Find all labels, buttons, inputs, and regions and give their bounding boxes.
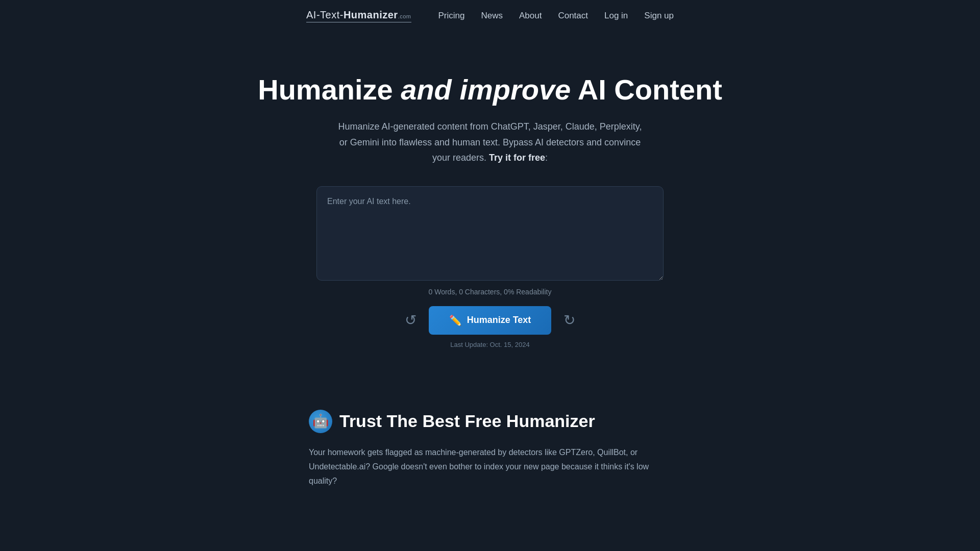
- nav-link-contact[interactable]: Contact: [558, 11, 588, 20]
- subtitle-cta: Try it for free: [489, 153, 545, 163]
- nav-link-news[interactable]: News: [481, 11, 503, 20]
- humanize-button[interactable]: ✏️ Humanize Text: [429, 306, 552, 335]
- nav-list: Pricing News About Contact Log in Sign u…: [438, 11, 674, 21]
- trust-body-text: Your homework gets flagged as machine-ge…: [309, 445, 671, 488]
- headline-end: AI Content: [571, 73, 722, 106]
- nav-link-login[interactable]: Log in: [604, 11, 628, 20]
- right-arrow-icon: ↻: [564, 312, 575, 329]
- logo-main: Humanizer: [344, 9, 398, 20]
- humanize-btn-label: Humanize Text: [467, 315, 531, 325]
- logo[interactable]: AI-Text-Humanizer.com: [306, 9, 411, 22]
- nav-item-news[interactable]: News: [481, 11, 503, 21]
- stats-bar: 0 Words, 0 Characters, 0% Readability: [316, 288, 664, 296]
- trust-title-row: Trust The Best Free Humanizer: [309, 410, 671, 433]
- nav-link-about[interactable]: About: [519, 11, 542, 20]
- trust-icon: [309, 410, 332, 433]
- last-update-text: Last Update: Oct. 15, 2024: [316, 341, 664, 348]
- left-arrow-icon: ↺: [405, 312, 416, 329]
- text-area-container: 0 Words, 0 Characters, 0% Readability ↺ …: [316, 186, 664, 348]
- nav-link-signup[interactable]: Sign up: [644, 11, 674, 20]
- headline-plain: Humanize: [258, 73, 401, 106]
- logo-prefix: AI-Text-: [306, 9, 344, 20]
- hero-section: Humanize and improve AI Content Humanize…: [0, 32, 980, 374]
- logo-suffix: .com: [398, 13, 411, 19]
- trust-title-text: Trust The Best Free Humanizer: [339, 411, 595, 431]
- nav-item-contact[interactable]: Contact: [558, 11, 588, 21]
- trust-section: Trust The Best Free Humanizer Your homew…: [299, 410, 681, 488]
- hero-subtitle: Humanize AI-generated content from ChatG…: [337, 119, 643, 166]
- hero-headline: Humanize and improve AI Content: [10, 72, 970, 107]
- logo-underline: [306, 22, 411, 22]
- nav-link-pricing[interactable]: Pricing: [438, 11, 464, 20]
- stats-text: 0 Words, 0 Characters, 0% Readability: [429, 288, 552, 296]
- humanize-btn-icon: ✏️: [449, 314, 462, 327]
- nav-item-signup[interactable]: Sign up: [644, 11, 674, 21]
- subtitle-end: :: [545, 153, 548, 163]
- btn-row: ↺ ✏️ Humanize Text ↻: [316, 306, 664, 335]
- ai-text-input[interactable]: [316, 186, 664, 281]
- nav-item-login[interactable]: Log in: [604, 11, 628, 21]
- nav-item-pricing[interactable]: Pricing: [438, 11, 464, 21]
- navbar: AI-Text-Humanizer.com Pricing News About…: [0, 0, 980, 32]
- nav-item-about[interactable]: About: [519, 11, 542, 21]
- headline-italic: and improve: [401, 73, 571, 106]
